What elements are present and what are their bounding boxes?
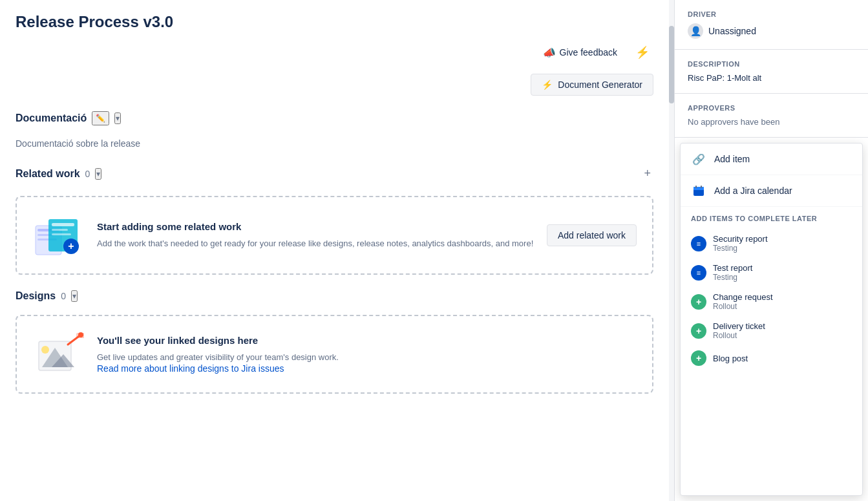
work-item-security-report[interactable]: ≡ Security report Testing <box>691 229 852 258</box>
driver-row: 👤 Unassigned <box>688 23 855 39</box>
add-items-title: ADD ITEMS TO COMPLETE LATER <box>691 215 852 222</box>
work-item-change-request[interactable]: + Change request Rollout <box>691 287 852 316</box>
change-request-subtitle: Rollout <box>713 302 773 311</box>
blog-post-title: Blog post <box>713 354 748 363</box>
work-item-blog-post[interactable]: + Blog post <box>691 345 852 371</box>
driver-label: Driver <box>688 10 855 18</box>
test-report-icon: ≡ <box>691 265 706 281</box>
security-report-title: Security report <box>713 234 768 244</box>
documentation-chevron[interactable]: ▾ <box>114 112 121 124</box>
related-work-empty-description: Add the work that's needed to get ready … <box>97 237 533 250</box>
svg-rect-7 <box>52 233 71 235</box>
related-work-count: 0 <box>85 169 90 179</box>
designs-count: 0 <box>61 291 66 301</box>
related-work-empty-content: Start adding some related work Add the w… <box>97 221 533 250</box>
calendar-icon <box>691 183 706 198</box>
driver-section: Driver 👤 Unassigned <box>675 0 868 50</box>
delivery-ticket-subtitle: Rollout <box>713 331 765 340</box>
document-generator-button[interactable]: ⚡ Document Generator <box>531 74 653 96</box>
related-work-section-header: Related work 0 ▾ + <box>16 164 653 188</box>
related-work-empty-title: Start adding some related work <box>97 221 533 232</box>
designs-empty-description: Get live updates and greater visibility … <box>97 351 339 364</box>
svg-rect-16 <box>76 333 84 338</box>
approvers-label: Approvers <box>688 104 855 112</box>
designs-chevron[interactable]: ▾ <box>71 290 78 302</box>
approvers-empty: No approvers have been <box>688 117 855 127</box>
doc-gen-icon: ⚡ <box>542 80 553 90</box>
page-title: Release Process v3.0 <box>16 13 653 31</box>
add-calendar-label: Add a Jira calendar <box>714 186 792 196</box>
svg-rect-18 <box>693 187 704 190</box>
security-report-content: Security report Testing <box>713 234 768 253</box>
svg-text:+: + <box>68 240 74 251</box>
designs-illustration <box>32 332 84 377</box>
designs-title-group: Designs 0 ▾ <box>16 290 78 302</box>
designs-empty-content: You'll see your linked designs here Get … <box>97 335 339 374</box>
svg-rect-20 <box>701 186 702 188</box>
add-calendar-menu-item[interactable]: Add a Jira calendar <box>681 175 862 207</box>
add-items-section: ADD ITEMS TO COMPLETE LATER ≡ Security r… <box>681 207 862 376</box>
designs-empty-state: You'll see your linked designs here Get … <box>16 315 653 394</box>
add-related-work-button[interactable]: Add related work <box>547 224 637 246</box>
blog-post-icon: + <box>691 350 706 366</box>
doc-gen-label: Document Generator <box>558 80 642 90</box>
delivery-ticket-content: Delivery ticket Rollout <box>713 321 765 340</box>
megaphone-icon: 📣 <box>543 47 556 59</box>
documentation-edit-button[interactable]: ✏️ <box>92 111 109 125</box>
description-section: Description Risc PaP: 1-Molt alt <box>675 50 868 94</box>
security-report-subtitle: Testing <box>713 244 768 253</box>
add-item-menu-item[interactable]: 🔗 Add item <box>681 144 862 175</box>
related-work-title: Related work <box>16 168 80 180</box>
avatar: 👤 <box>688 23 703 39</box>
svg-rect-19 <box>695 186 697 188</box>
related-work-chevron[interactable]: ▾ <box>95 168 101 180</box>
designs-empty-title: You'll see your linked designs here <box>97 335 339 346</box>
lightning-icon: ⚡ <box>635 46 650 59</box>
right-panel: Driver 👤 Unassigned Description Risc PaP… <box>674 0 868 501</box>
test-report-content: Test report Testing <box>713 263 752 282</box>
related-work-illustration: + <box>32 213 84 258</box>
security-report-icon: ≡ <box>691 236 706 251</box>
designs-section-header: Designs 0 ▾ <box>16 290 653 307</box>
change-request-icon: + <box>691 294 706 310</box>
unassigned-text: Unassigned <box>708 26 756 36</box>
change-request-title: Change request <box>713 292 773 302</box>
test-report-title: Test report <box>713 263 752 273</box>
related-work-empty-state: + Start adding some related work Add the… <box>16 196 653 275</box>
svg-rect-6 <box>52 229 68 231</box>
lightning-button[interactable]: ⚡ <box>631 41 653 63</box>
svg-rect-5 <box>52 223 74 226</box>
related-work-add-button[interactable]: + <box>641 164 653 183</box>
give-feedback-label: Give feedback <box>560 47 618 58</box>
documentation-title: Documentació <box>16 112 87 124</box>
add-item-label: Add item <box>714 154 750 164</box>
delivery-ticket-title: Delivery ticket <box>713 321 765 331</box>
related-work-title-group: Related work 0 ▾ <box>16 168 101 180</box>
documentation-title-group: Documentació ✏️ ▾ <box>16 111 121 125</box>
description-label: Description <box>688 60 855 68</box>
top-bar: 📣 Give feedback ⚡ <box>16 41 653 63</box>
delivery-ticket-icon: + <box>691 323 706 339</box>
scrollbar-thumb[interactable] <box>669 26 674 103</box>
documentation-description: Documentació sobre la release <box>16 138 653 149</box>
test-report-subtitle: Testing <box>713 273 752 282</box>
give-feedback-button[interactable]: 📣 Give feedback <box>536 43 624 63</box>
documentation-section-header: Documentació ✏️ ▾ <box>16 111 653 131</box>
blog-post-content: Blog post <box>713 354 748 363</box>
change-request-content: Change request Rollout <box>713 292 773 311</box>
work-item-delivery-ticket[interactable]: + Delivery ticket Rollout <box>691 316 852 345</box>
link-icon: 🔗 <box>691 151 706 167</box>
approvers-section: Approvers No approvers have been <box>675 94 868 138</box>
person-icon: 👤 <box>690 26 701 36</box>
description-value: Risc PaP: 1-Molt alt <box>688 73 855 83</box>
designs-title: Designs <box>16 290 56 302</box>
svg-point-13 <box>41 346 49 354</box>
dropdown-panel: 🔗 Add item Add a Jira calendar ADD ITEMS… <box>680 143 863 496</box>
scrollbar[interactable] <box>669 0 674 501</box>
work-item-test-report[interactable]: ≡ Test report Testing <box>691 258 852 287</box>
designs-link[interactable]: Read more about linking designs to Jira … <box>97 363 284 374</box>
main-content: Release Process v3.0 📣 Give feedback ⚡ ⚡… <box>0 0 669 501</box>
